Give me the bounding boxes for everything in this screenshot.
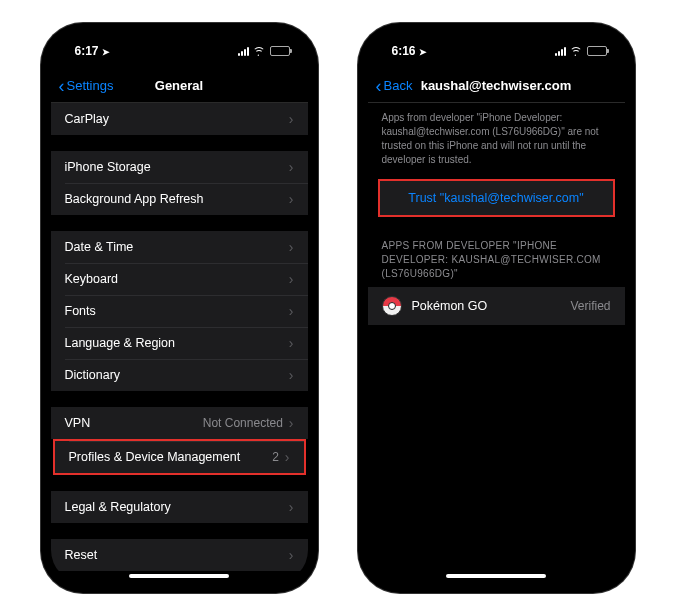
row-value: › xyxy=(289,500,294,514)
row-label: Profiles & Device Management xyxy=(69,450,241,464)
settings-row-iphone-storage[interactable]: iPhone Storage› xyxy=(51,151,308,183)
home-indicator[interactable] xyxy=(446,574,546,578)
cellular-icon xyxy=(238,47,249,56)
wifi-icon xyxy=(570,47,583,56)
app-status: Verified xyxy=(570,299,610,313)
battery-icon xyxy=(270,46,290,56)
row-label: Reset xyxy=(65,548,98,562)
app-row[interactable]: Pokémon GO Verified xyxy=(368,287,625,325)
cellular-icon xyxy=(555,47,566,56)
row-label: Date & Time xyxy=(65,240,134,254)
location-icon: ➤ xyxy=(102,47,110,57)
back-button[interactable]: ‹ Settings xyxy=(59,77,114,95)
settings-row-keyboard[interactable]: Keyboard› xyxy=(51,263,308,295)
row-value: › xyxy=(289,192,294,206)
settings-row-fonts[interactable]: Fonts› xyxy=(51,295,308,327)
nav-bar: ‹ Back kaushal@techwiser.com xyxy=(368,69,625,103)
battery-icon xyxy=(587,46,607,56)
phone-left: 6:17 ➤ ‹ Settings General CarPlay›iPhone… xyxy=(41,23,318,593)
chevron-right-icon: › xyxy=(285,450,290,464)
row-value: › xyxy=(289,160,294,174)
content-right[interactable]: Apps from developer "iPhone Developer: k… xyxy=(368,103,625,571)
chevron-right-icon: › xyxy=(289,500,294,514)
row-label: Keyboard xyxy=(65,272,119,286)
developer-info-text: Apps from developer "iPhone Developer: k… xyxy=(368,103,625,179)
pokemon-go-icon xyxy=(382,296,402,316)
settings-row-carplay[interactable]: CarPlay› xyxy=(51,103,308,135)
apps-section-header: APPS FROM DEVELOPER "IPHONE DEVELOPER: K… xyxy=(368,235,625,287)
row-value: 2› xyxy=(272,450,289,464)
row-label: Legal & Regulatory xyxy=(65,500,171,514)
row-value: › xyxy=(289,112,294,126)
row-label: iPhone Storage xyxy=(65,160,151,174)
status-time: 6:16 xyxy=(392,44,416,58)
chevron-right-icon: › xyxy=(289,304,294,318)
chevron-right-icon: › xyxy=(289,160,294,174)
row-value: › xyxy=(289,304,294,318)
notch xyxy=(119,33,239,55)
chevron-left-icon: ‹ xyxy=(59,77,65,95)
row-label: Fonts xyxy=(65,304,96,318)
settings-row-dictionary[interactable]: Dictionary› xyxy=(51,359,308,391)
back-label: Back xyxy=(384,78,413,93)
chevron-right-icon: › xyxy=(289,368,294,382)
row-value: › xyxy=(289,548,294,562)
row-label: Language & Region xyxy=(65,336,176,350)
row-label: Dictionary xyxy=(65,368,121,382)
row-label: Background App Refresh xyxy=(65,192,204,206)
row-value: › xyxy=(289,272,294,286)
back-label: Settings xyxy=(67,78,114,93)
screen-left: 6:17 ➤ ‹ Settings General CarPlay›iPhone… xyxy=(51,33,308,583)
notch xyxy=(436,33,556,55)
chevron-right-icon: › xyxy=(289,416,294,430)
chevron-right-icon: › xyxy=(289,240,294,254)
row-value: Not Connected› xyxy=(203,416,294,430)
chevron-right-icon: › xyxy=(289,548,294,562)
settings-row-profiles-device-management[interactable]: Profiles & Device Management2› xyxy=(53,439,306,475)
nav-bar: ‹ Settings General xyxy=(51,69,308,103)
row-label: VPN xyxy=(65,416,91,430)
chevron-right-icon: › xyxy=(289,272,294,286)
chevron-right-icon: › xyxy=(289,192,294,206)
status-time: 6:17 xyxy=(75,44,99,58)
settings-row-language-region[interactable]: Language & Region› xyxy=(51,327,308,359)
home-indicator[interactable] xyxy=(129,574,229,578)
row-value: › xyxy=(289,336,294,350)
wifi-icon xyxy=(253,47,266,56)
row-value: › xyxy=(289,368,294,382)
location-icon: ➤ xyxy=(419,47,427,57)
settings-row-legal-regulatory[interactable]: Legal & Regulatory› xyxy=(51,491,308,523)
settings-row-date-time[interactable]: Date & Time› xyxy=(51,231,308,263)
chevron-right-icon: › xyxy=(289,336,294,350)
back-button[interactable]: ‹ Back xyxy=(376,77,413,95)
settings-row-vpn[interactable]: VPNNot Connected› xyxy=(51,407,308,439)
settings-row-reset[interactable]: Reset› xyxy=(51,539,308,571)
screen-right: 6:16 ➤ ‹ Back kaushal@techwiser.com Apps… xyxy=(368,33,625,583)
chevron-right-icon: › xyxy=(289,112,294,126)
app-name: Pokémon GO xyxy=(412,299,488,313)
row-value: › xyxy=(289,240,294,254)
phone-right: 6:16 ➤ ‹ Back kaushal@techwiser.com Apps… xyxy=(358,23,635,593)
trust-developer-button[interactable]: Trust "kaushal@techwiser.com" xyxy=(378,179,615,217)
settings-row-background-app-refresh[interactable]: Background App Refresh› xyxy=(51,183,308,215)
chevron-left-icon: ‹ xyxy=(376,77,382,95)
content-left[interactable]: CarPlay›iPhone Storage›Background App Re… xyxy=(51,103,308,571)
row-label: CarPlay xyxy=(65,112,109,126)
